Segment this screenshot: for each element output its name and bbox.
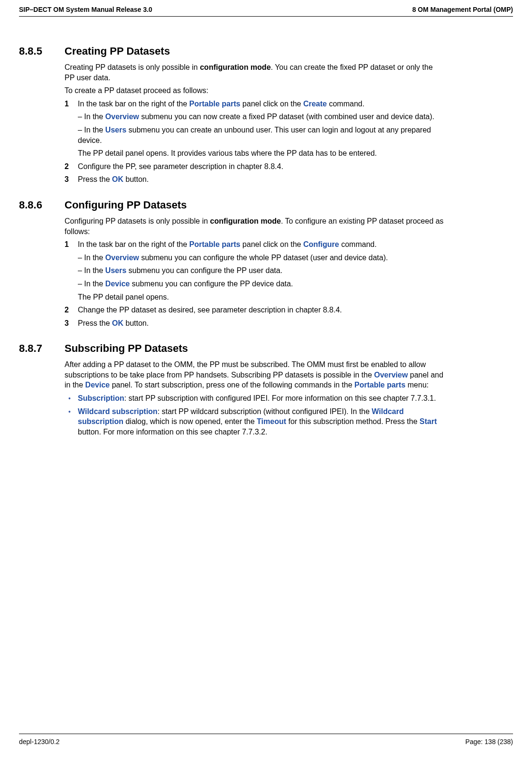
paragraph: Creating PP datasets is only possible in… [65,62,444,83]
section-887-body: After adding a PP dataset to the OMM, th… [65,359,444,437]
page-footer: depl-1230/0.2 Page: 138 (238) [19,734,513,755]
section-885-heading: 8.8.5 Creating PP Datasets [19,45,513,57]
keyword: Subscription [78,394,124,402]
section-886-body: Configuring PP datasets is only possible… [65,216,444,328]
keyword: Overview [374,371,408,379]
step-number: 2 [65,305,69,315]
step-number: 1 [65,99,69,109]
keyword: Portable parts [189,240,241,248]
section-title: Creating PP Datasets [65,45,170,57]
sub-item: The PP detail panel opens. [78,292,444,302]
list-item: 3 Press the OK button. [65,318,444,329]
keyword: OK [112,319,123,327]
paragraph: After adding a PP dataset to the OMM, th… [65,359,444,390]
keyword: Start [420,417,437,425]
keyword: Timeout [257,417,286,425]
sub-item: The PP detail panel opens. It provides v… [78,148,444,159]
keyword: Overview [105,113,139,121]
step-number: 3 [65,318,69,329]
list-item: 2 Change the PP dataset as desired, see … [65,305,444,315]
sub-item: – In the Device submenu you can configur… [78,279,444,289]
keyword: Wildcard subscription [78,407,158,415]
step-number: 1 [65,239,69,250]
list-item: 1 In the task bar on the right of the Po… [65,99,444,159]
section-number: 8.8.7 [19,342,65,355]
keyword: Portable parts [189,100,241,108]
keyword: Configure [303,240,339,248]
sub-item: – In the Users submenu you can configure… [78,265,444,276]
keyword: Users [105,126,126,134]
header-right: 8 OM Management Portal (OMP) [412,6,513,13]
ordered-list: 1 In the task bar on the right of the Po… [65,239,444,328]
step-number: 2 [65,161,69,172]
section-886-heading: 8.8.6 Configuring PP Datasets [19,199,513,211]
footer-left: depl-1230/0.2 [19,738,60,745]
list-item: Wildcard subscription: start PP wildcard… [65,406,444,437]
keyword: OK [112,175,123,183]
section-887-heading: 8.8.7 Subscribing PP Datasets [19,342,513,355]
section-number: 8.8.6 [19,199,65,211]
keyword: Device [105,280,130,288]
sub-item: – In the Users submenu you can create an… [78,125,444,145]
section-number: 8.8.5 [19,45,65,57]
keyword: Portable parts [355,381,406,389]
keyword: Create [303,100,327,108]
step-number: 3 [65,174,69,185]
section-885-body: Creating PP datasets is only possible in… [65,62,444,185]
bullet-list: Subscription: start PP subscription with… [65,393,444,437]
list-item: 2 Configure the PP, see parameter descri… [65,161,444,172]
section-title: Configuring PP Datasets [65,199,187,211]
page-content: 8.8.5 Creating PP Datasets Creating PP d… [19,17,513,734]
section-title: Subscribing PP Datasets [65,342,188,355]
paragraph: Configuring PP datasets is only possible… [65,216,444,236]
list-item: 1 In the task bar on the right of the Po… [65,239,444,302]
footer-right: Page: 138 (238) [466,738,513,745]
keyword: Users [105,266,126,274]
sub-item: – In the Overview submenu you can config… [78,253,444,263]
sub-item: – In the Overview submenu you can now cr… [78,112,444,122]
list-item: Subscription: start PP subscription with… [65,393,444,404]
keyword: Device [85,381,110,389]
header-left: SIP–DECT OM System Manual Release 3.0 [19,6,152,13]
ordered-list: 1 In the task bar on the right of the Po… [65,99,444,185]
keyword: Overview [105,254,139,262]
paragraph: To create a PP dataset proceed as follow… [65,85,444,96]
list-item: 3 Press the OK button. [65,174,444,185]
page-header: SIP–DECT OM System Manual Release 3.0 8 … [19,0,513,17]
